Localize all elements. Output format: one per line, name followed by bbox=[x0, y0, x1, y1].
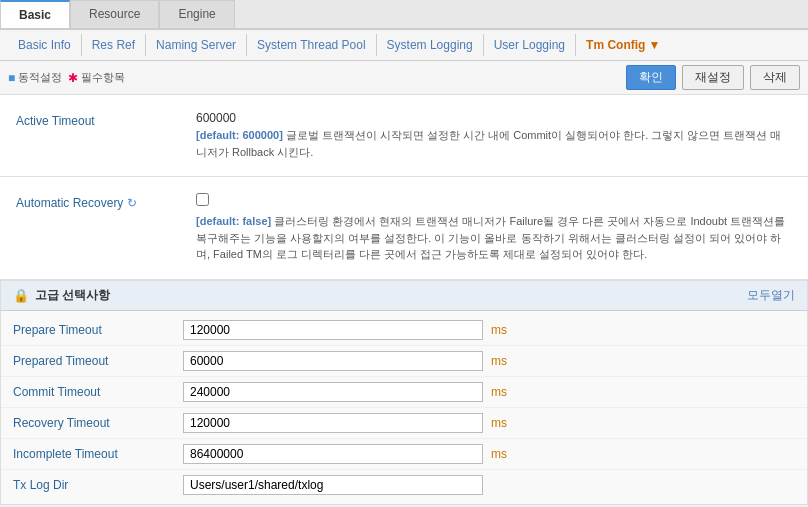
sub-tab-res-ref[interactable]: Res Ref bbox=[82, 34, 146, 56]
advanced-header-left: 🔒 고급 선택사항 bbox=[13, 287, 110, 304]
commit-timeout-row: Commit Timeout ms bbox=[1, 377, 807, 408]
dropdown-arrow-icon: ▼ bbox=[648, 38, 660, 52]
recovery-timeout-unit: ms bbox=[491, 416, 507, 430]
automatic-recovery-section: Automatic Recovery ↻ [default: false] 클러… bbox=[0, 177, 808, 280]
incomplete-timeout-unit: ms bbox=[491, 447, 507, 461]
active-timeout-value: 600000 [default: 600000] 글로벌 트랜잭션이 시작되면 … bbox=[196, 111, 792, 160]
sub-tab-basic-info[interactable]: Basic Info bbox=[8, 34, 82, 56]
toolbar: ■ 동적설정 ✱ 필수항목 확인 재설정 삭제 bbox=[0, 61, 808, 95]
active-timeout-label: Active Timeout bbox=[16, 111, 196, 128]
commit-timeout-input[interactable] bbox=[183, 382, 483, 402]
advanced-header: 🔒 고급 선택사항 모두열기 bbox=[1, 281, 807, 311]
tab-resource[interactable]: Resource bbox=[70, 0, 159, 28]
advanced-rows: Prepare Timeout ms Prepared Timeout ms C… bbox=[1, 311, 807, 504]
prepare-timeout-unit: ms bbox=[491, 323, 507, 337]
tab-engine[interactable]: Engine bbox=[159, 0, 234, 28]
advanced-expand-link[interactable]: 모두열기 bbox=[747, 287, 795, 304]
toolbar-req: ✱ 필수항목 bbox=[68, 70, 125, 85]
sub-tab-bar: Basic Info Res Ref Naming Server System … bbox=[0, 30, 808, 61]
automatic-recovery-default: [default: false] bbox=[196, 215, 271, 227]
automatic-recovery-value: [default: false] 클러스터링 환경에서 현재의 트랜잭션 매니저… bbox=[196, 193, 792, 263]
prepare-timeout-input[interactable] bbox=[183, 320, 483, 340]
active-timeout-section: Active Timeout 600000 [default: 600000] … bbox=[0, 95, 808, 177]
tx-log-dir-row: Tx Log Dir bbox=[1, 470, 807, 500]
recovery-timeout-label: Recovery Timeout bbox=[13, 416, 183, 430]
req-label: 필수항목 bbox=[81, 70, 125, 85]
tx-log-dir-input[interactable] bbox=[183, 475, 483, 495]
active-timeout-display: 600000 bbox=[196, 111, 792, 125]
automatic-recovery-row: Automatic Recovery ↻ [default: false] 클러… bbox=[16, 187, 792, 269]
confirm-button[interactable]: 확인 bbox=[626, 65, 676, 90]
tx-log-dir-label: Tx Log Dir bbox=[13, 478, 183, 492]
automatic-recovery-label: Automatic Recovery ↻ bbox=[16, 193, 196, 210]
prepared-timeout-row: Prepared Timeout ms bbox=[1, 346, 807, 377]
delete-button[interactable]: 삭제 bbox=[750, 65, 800, 90]
recovery-timeout-row: Recovery Timeout ms bbox=[1, 408, 807, 439]
recovery-timeout-input[interactable] bbox=[183, 413, 483, 433]
sub-tab-naming-server[interactable]: Naming Server bbox=[146, 34, 247, 56]
commit-timeout-unit: ms bbox=[491, 385, 507, 399]
active-timeout-label-text: Active Timeout bbox=[16, 114, 95, 128]
prepared-timeout-input[interactable] bbox=[183, 351, 483, 371]
automatic-recovery-desc-content: 클러스터링 환경에서 현재의 트랜잭션 매니저가 Failure될 경우 다른 … bbox=[196, 215, 785, 260]
tab-basic[interactable]: Basic bbox=[0, 0, 70, 28]
sub-tab-system-thread-pool[interactable]: System Thread Pool bbox=[247, 34, 377, 56]
reg-icon: ■ bbox=[8, 71, 15, 85]
automatic-recovery-checkbox[interactable] bbox=[196, 193, 209, 206]
active-timeout-desc-content: 글로벌 트랜잭션이 시작되면 설정한 시간 내에 Commit이 실행되어야 한… bbox=[196, 129, 782, 158]
sub-tab-tm-config[interactable]: Tm Config ▼ bbox=[576, 34, 670, 56]
commit-timeout-label: Commit Timeout bbox=[13, 385, 183, 399]
reg-label: 동적설정 bbox=[18, 70, 62, 85]
automatic-recovery-label-text: Automatic Recovery bbox=[16, 196, 123, 210]
sub-tab-system-logging[interactable]: System Logging bbox=[377, 34, 484, 56]
prepared-timeout-unit: ms bbox=[491, 354, 507, 368]
sub-tab-user-logging[interactable]: User Logging bbox=[484, 34, 576, 56]
refresh-icon[interactable]: ↻ bbox=[127, 196, 137, 210]
prepare-timeout-label: Prepare Timeout bbox=[13, 323, 183, 337]
active-timeout-default: [default: 600000] bbox=[196, 129, 283, 141]
prepared-timeout-label: Prepared Timeout bbox=[13, 354, 183, 368]
reset-button[interactable]: 재설정 bbox=[682, 65, 744, 90]
automatic-recovery-desc: [default: false] 클러스터링 환경에서 현재의 트랜잭션 매니저… bbox=[196, 213, 792, 263]
active-timeout-row: Active Timeout 600000 [default: 600000] … bbox=[16, 105, 792, 166]
advanced-section: 🔒 고급 선택사항 모두열기 Prepare Timeout ms Prepar… bbox=[0, 280, 808, 505]
active-timeout-desc: [default: 600000] 글로벌 트랜잭션이 시작되면 설정한 시간 … bbox=[196, 127, 792, 160]
advanced-header-label: 고급 선택사항 bbox=[35, 287, 110, 304]
top-tab-bar: Basic Resource Engine bbox=[0, 0, 808, 30]
incomplete-timeout-label: Incomplete Timeout bbox=[13, 447, 183, 461]
toolbar-reg: ■ 동적설정 bbox=[8, 70, 62, 85]
advanced-lock-icon: 🔒 bbox=[13, 288, 29, 303]
sub-tab-tm-config-label: Tm Config bbox=[586, 38, 645, 52]
incomplete-timeout-row: Incomplete Timeout ms bbox=[1, 439, 807, 470]
prepare-timeout-row: Prepare Timeout ms bbox=[1, 315, 807, 346]
req-icon: ✱ bbox=[68, 71, 78, 85]
main-content: Active Timeout 600000 [default: 600000] … bbox=[0, 95, 808, 505]
incomplete-timeout-input[interactable] bbox=[183, 444, 483, 464]
